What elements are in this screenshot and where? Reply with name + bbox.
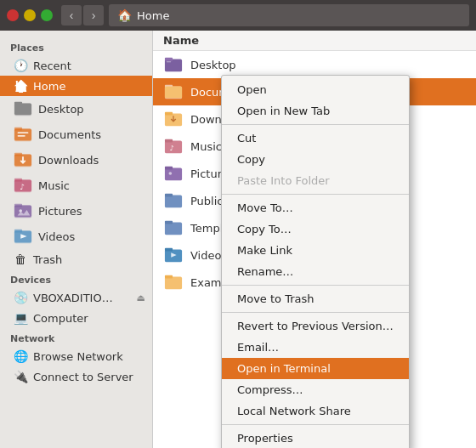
sidebar-item-label: Documents (38, 128, 101, 141)
svg-point-35 (169, 172, 173, 175)
filelist: Name Desktop (153, 31, 476, 448)
context-menu-open-new-tab[interactable]: Open in New Tab (222, 100, 409, 122)
sidebar-item-downloads[interactable]: Downloads (0, 147, 152, 173)
sidebar-item-label: Computer (33, 312, 88, 325)
sidebar-item-label: Browse Network (33, 350, 123, 363)
sidebar-item-label: Music (38, 179, 70, 192)
context-menu-compress[interactable]: Compress… (222, 379, 409, 400)
forward-button[interactable]: › (83, 5, 104, 26)
svg-rect-37 (165, 194, 173, 197)
context-menu-email[interactable]: Email… (222, 337, 409, 358)
svg-rect-24 (167, 61, 172, 62)
svg-rect-38 (165, 223, 182, 235)
templates-folder-icon (163, 218, 184, 238)
context-menu-copy-to[interactable]: Copy To… (222, 218, 409, 240)
sidebar-item-vbox[interactable]: 💿 VBOXADITIO… ⏏ (0, 287, 152, 308)
pictures-icon (14, 201, 32, 220)
svg-rect-7 (18, 135, 26, 137)
svg-rect-2 (14, 104, 31, 116)
location-text: Home (137, 9, 169, 22)
sidebar-item-home[interactable]: 🏠 Home (0, 76, 152, 96)
sidebar-item-label: Pictures (38, 205, 82, 218)
filelist-header: Name (153, 31, 476, 51)
context-menu-revert[interactable]: Revert to Previous Version… (222, 315, 409, 337)
minimize-button[interactable] (24, 9, 36, 21)
context-menu-separator-3 (222, 285, 409, 286)
back-button[interactable]: ‹ (61, 5, 82, 26)
svg-rect-33 (165, 168, 182, 181)
documents-icon (14, 125, 32, 144)
videos-icon (14, 227, 32, 246)
sidebar-item-label: Desktop (38, 103, 84, 116)
sidebar-item-label: VBOXADITIO… (33, 292, 113, 304)
svg-rect-27 (165, 87, 182, 99)
svg-rect-42 (165, 277, 182, 290)
sidebar-item-label: Recent (33, 60, 71, 72)
videos-folder-icon (163, 245, 184, 265)
sidebar-item-computer[interactable]: 💻 Computer (0, 308, 152, 328)
maximize-button[interactable] (41, 9, 53, 21)
context-menu-make-link[interactable]: Make Link (222, 240, 409, 261)
sidebar-item-documents[interactable]: Documents (0, 122, 152, 147)
svg-rect-29 (165, 112, 173, 116)
context-menu-paste-into: Paste Into Folder (222, 170, 409, 191)
svg-rect-22 (165, 60, 182, 72)
context-menu-move-trash[interactable]: Move to Trash (222, 288, 409, 309)
sidebar-item-label: Videos (38, 230, 75, 243)
context-menu-open[interactable]: Open (222, 79, 409, 100)
examples-folder-icon (163, 272, 184, 292)
sidebar-item-browse-network[interactable]: 🌐 Browse Network (0, 346, 152, 366)
context-menu-copy[interactable]: Copy (222, 149, 409, 170)
sidebar-item-label: Downloads (38, 154, 99, 167)
sidebar-item-pictures[interactable]: Pictures (0, 198, 152, 224)
context-menu-open-terminal[interactable]: Open in Terminal (222, 358, 409, 379)
sidebar-item-label: Home (33, 80, 65, 93)
close-button[interactable] (7, 9, 19, 21)
context-menu-local-network[interactable]: Local Network Share (222, 400, 409, 422)
context-menu-rename[interactable]: Rename… (222, 261, 409, 282)
context-menu-separator-4 (222, 312, 409, 313)
server-icon: 🔌 (14, 370, 27, 383)
svg-rect-31 (165, 139, 173, 143)
context-menu-move-to[interactable]: Move To… (222, 197, 409, 218)
context-menu: Open Open in New Tab Cut Copy Paste Into… (221, 75, 410, 448)
svg-text:♪: ♪ (20, 182, 25, 191)
svg-rect-43 (165, 275, 173, 279)
downloads-folder-icon (163, 109, 184, 129)
network-icon: 🌐 (14, 349, 27, 363)
sidebar-item-desktop[interactable]: Desktop (0, 96, 152, 122)
downloads-icon (14, 150, 32, 169)
drive-icon: 💿 (14, 291, 27, 304)
file-name: Music (190, 140, 222, 153)
desktop-folder-icon (163, 54, 184, 75)
network-section-label: Network (0, 328, 152, 346)
svg-rect-6 (18, 132, 29, 133)
context-menu-cut[interactable]: Cut (222, 128, 409, 149)
svg-text:♪: ♪ (169, 144, 173, 152)
sidebar-item-trash[interactable]: 🗑 Trash (0, 249, 152, 269)
titlebar: ‹ › 🏠 Home (0, 0, 476, 31)
sidebar-item-recent[interactable]: 🕐 Recent (0, 55, 152, 76)
svg-rect-39 (165, 221, 173, 224)
home-icon: 🏠 (117, 9, 132, 22)
sidebar-item-videos[interactable]: Videos (0, 224, 152, 249)
eject-icon[interactable]: ⏏ (137, 292, 145, 303)
recent-icon: 🕐 (14, 59, 27, 72)
location-bar[interactable]: 🏠 Home (109, 4, 469, 26)
main-area: Places 🕐 Recent 🏠 Home Desktop (0, 31, 476, 448)
trash-icon: 🗑 (14, 252, 27, 266)
computer-icon: 💻 (14, 311, 27, 325)
context-menu-separator-1 (222, 124, 409, 125)
desktop-folder-icon (14, 99, 32, 118)
music-icon: ♪ (14, 176, 32, 195)
documents-folder-icon (163, 82, 184, 102)
sidebar-item-music[interactable]: ♪ Music (0, 173, 152, 198)
context-menu-properties[interactable]: Properties (222, 428, 409, 448)
svg-rect-36 (165, 196, 182, 208)
sidebar-item-label: Trash (33, 253, 62, 266)
sidebar-item-connect-server[interactable]: 🔌 Connect to Server (0, 366, 152, 387)
svg-rect-34 (165, 167, 173, 170)
svg-rect-23 (165, 58, 173, 61)
context-menu-separator-2 (222, 194, 409, 195)
sidebar-item-label: Connect to Server (33, 371, 133, 383)
